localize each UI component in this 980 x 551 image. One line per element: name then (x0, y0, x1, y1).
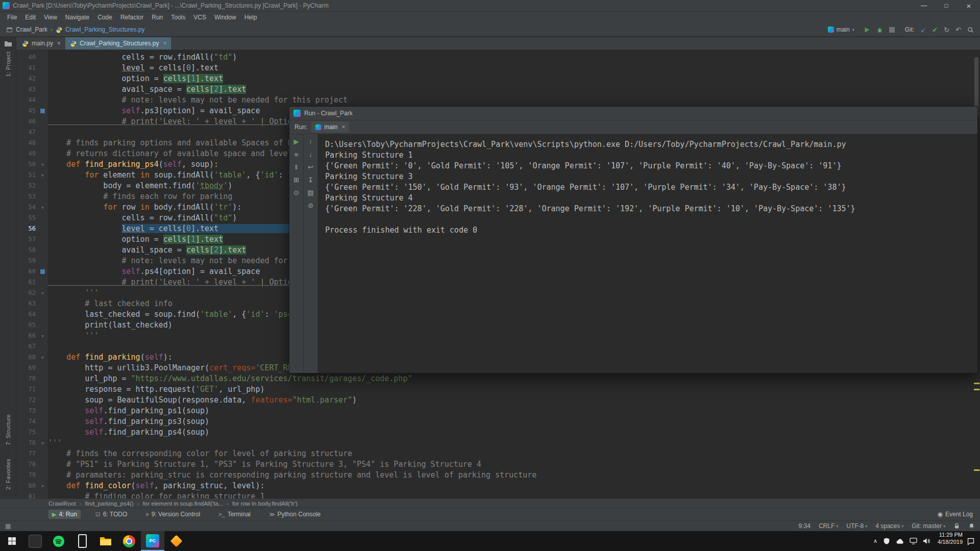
tool-window-switcher-icon[interactable]: ▦ (5, 522, 11, 530)
menu-refactor[interactable]: Refactor (116, 14, 148, 21)
line-number[interactable]: 58 (16, 245, 38, 256)
line-number[interactable]: 52 (16, 181, 38, 191)
close-tab-icon[interactable]: × (163, 40, 166, 47)
soft-wrap-button[interactable]: ↩ (308, 164, 313, 170)
git-commit-button[interactable]: ✔ (932, 27, 938, 33)
gutter-icon-cell[interactable] (38, 106, 47, 116)
nav-crumb-file[interactable]: Crawl_Parking_Structures.py (65, 26, 144, 33)
menu-window[interactable]: Window (210, 14, 240, 21)
fold-icon[interactable]: ▾ (38, 438, 47, 448)
down-stack-trace-button[interactable]: ↓ (309, 151, 312, 158)
tool-button-terminal[interactable]: >_Terminal (215, 510, 254, 519)
line-number[interactable]: 56 (16, 223, 38, 234)
volume-icon[interactable] (923, 538, 930, 544)
line-number[interactable]: 65 (16, 320, 38, 331)
print-button[interactable]: ▤ (307, 189, 313, 196)
tool-stripe-structure[interactable]: 7: Structure (5, 414, 11, 445)
code-line[interactable]: 77 # finds the corresponding color for l… (16, 448, 980, 459)
code-line[interactable]: 76▾''' (16, 438, 980, 448)
line-number[interactable]: 63 (16, 298, 38, 309)
menu-tools[interactable]: Tools (167, 14, 189, 21)
line-number[interactable]: 71 (16, 384, 38, 395)
line-number[interactable]: 64 (16, 309, 38, 320)
menu-run[interactable]: Run (148, 14, 167, 21)
taskbar-app-orange[interactable] (164, 531, 188, 551)
fold-icon[interactable]: ▾ (38, 288, 47, 298)
tool-button-event-log[interactable]: ◉ Event Log (937, 511, 973, 518)
lock-icon[interactable] (953, 522, 960, 530)
history-button[interactable]: ↻ (944, 27, 949, 33)
tool-button-python-console[interactable]: ≫Python Console (265, 510, 324, 519)
line-number[interactable]: 43 (16, 84, 38, 95)
line-number[interactable]: 40 (16, 52, 38, 63)
up-stack-trace-button[interactable]: ↑ (309, 138, 312, 145)
minimize-button[interactable]: — (913, 0, 935, 11)
tool-button-6-todo[interactable]: ☑6: TODO (92, 510, 131, 519)
taskbar-app-pycharm[interactable]: PC (141, 531, 164, 551)
line-number[interactable]: 81 (16, 491, 38, 498)
run-console-output[interactable]: D:\Users\Toby\PycharmProjects\Crawl_Park… (318, 134, 977, 373)
close-tab-icon[interactable]: × (57, 40, 61, 47)
line-number[interactable]: 59 (16, 256, 38, 266)
line-number[interactable]: 74 (16, 416, 38, 427)
breadcrumb-item[interactable]: CrawlRoot (48, 500, 76, 507)
code-line[interactable]: 43 avail_space = cells[2].text (16, 84, 980, 95)
line-ending-selector[interactable]: CRLF▾ (819, 522, 838, 530)
line-number[interactable]: 41 (16, 63, 38, 73)
code-line[interactable]: 72 soup = BeautifulSoup(response.data, f… (16, 395, 980, 406)
breadcrumb-item[interactable]: for element in soup.findAll('ta... (143, 500, 224, 507)
warning-stripe-mark[interactable] (974, 389, 979, 390)
menu-file[interactable]: File (3, 14, 21, 21)
line-number[interactable]: 44 (16, 95, 38, 106)
tool-stripe-project[interactable]: 1: Project (5, 52, 11, 77)
run-configuration-selector[interactable]: main ▾ (825, 25, 857, 34)
code-line[interactable]: 74 self.find_parking_ps3(soup) (16, 416, 980, 427)
code-line[interactable]: 41 level = cells[0].text (16, 63, 980, 73)
restore-layout-button[interactable]: ⊞ (293, 177, 299, 183)
line-number[interactable]: 80 (16, 481, 38, 491)
scroll-to-end-button[interactable]: ↧ (308, 177, 313, 183)
tab-crawl-parking-structures-py[interactable]: Crawl_Parking_Structures.py × (65, 37, 171, 49)
git-update-button[interactable]: ↙ (920, 27, 926, 33)
rollback-button[interactable]: ↶ (955, 27, 961, 33)
menu-code[interactable]: Code (93, 14, 116, 21)
taskbar-app-dark[interactable] (23, 531, 47, 551)
taskbar-app-phone[interactable] (70, 531, 94, 551)
line-number[interactable]: 67 (16, 341, 38, 352)
caret-position[interactable]: 9:34 (799, 522, 811, 530)
maximize-button[interactable]: □ (935, 0, 958, 11)
menu-vcs[interactable]: VCS (189, 14, 210, 21)
run-window-title-bar[interactable]: Run - Crawl_Park (289, 107, 977, 120)
action-center-button[interactable] (967, 531, 975, 551)
fold-icon[interactable]: ▾ (38, 202, 47, 213)
nav-crumb-project[interactable]: Crawl_Park (16, 26, 47, 33)
line-number[interactable]: 70 (16, 373, 38, 384)
close-button[interactable]: × (958, 0, 980, 11)
code-line[interactable]: 73 self.find_parking_ps1(soup) (16, 406, 980, 416)
line-number[interactable]: 55 (16, 213, 38, 223)
line-number[interactable]: 79 (16, 470, 38, 481)
menu-view[interactable]: View (40, 14, 61, 21)
code-line[interactable]: 40 cells = row.findAll("td") (16, 52, 980, 63)
search-everywhere-icon[interactable] (967, 27, 974, 33)
line-number[interactable]: 77 (16, 448, 38, 459)
line-number[interactable]: 47 (16, 127, 38, 138)
notifications-bell-icon[interactable] (968, 522, 975, 530)
menu-help[interactable]: Help (240, 14, 261, 21)
line-number[interactable]: 75 (16, 427, 38, 438)
line-number[interactable]: 76 (16, 438, 38, 448)
line-number[interactable]: 50 (16, 159, 38, 170)
code-line[interactable]: 78 # "PS1" is Parking Structure 1, "PS3"… (16, 459, 980, 470)
tab-main-py[interactable]: main.py × (17, 37, 65, 49)
code-line[interactable]: 75 self.find_parking_ps4(soup) (16, 427, 980, 438)
fold-icon[interactable]: ▾ (38, 331, 47, 341)
pin-tab-button[interactable]: ⊙ (293, 189, 299, 196)
pause-output-button[interactable]: ‖ (295, 164, 298, 170)
run-tab-main[interactable]: main × (311, 121, 349, 133)
taskbar-app-explorer[interactable] (94, 531, 117, 551)
debug-button[interactable] (876, 27, 883, 33)
line-number[interactable]: 57 (16, 234, 38, 245)
warning-stripe-mark[interactable] (974, 469, 979, 471)
code-line[interactable]: 71 response = http.request('GET', url_ph… (16, 384, 980, 395)
line-number[interactable]: 51 (16, 170, 38, 181)
